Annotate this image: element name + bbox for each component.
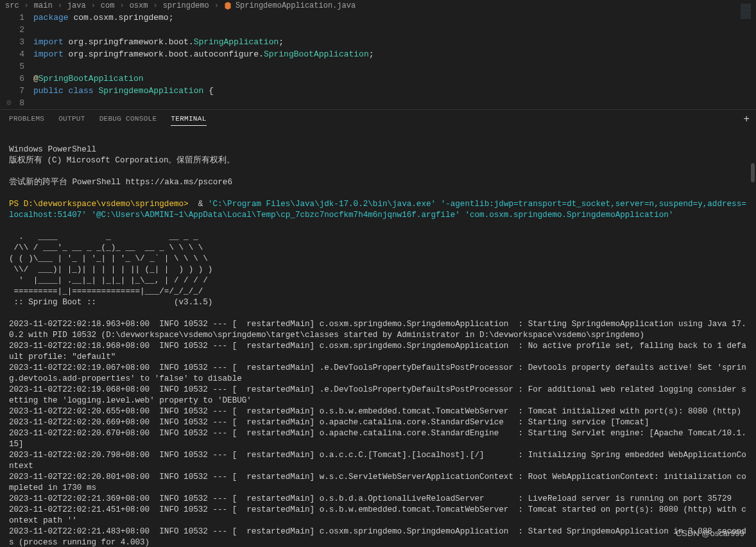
no-entry-icon: ⊘ <box>6 98 12 108</box>
panel-tabs: PROBLEMS OUTPUT DEBUG CONSOLE TERMINAL + <box>0 109 756 130</box>
prompt-line: PS D:\devworkspace\vsdemo\springdemo> & … <box>9 200 746 220</box>
log-line: 2023-11-02T22:02:21.451+08:00 INFO 10532… <box>9 505 746 525</box>
log-line: 2023-11-02T22:02:20.798+08:00 INFO 10532… <box>9 451 746 471</box>
spring-banner: . ____ _ __ _ _ /\\ / ___'_ __ _ _(_)_ _… <box>9 232 212 307</box>
breadcrumb: src main java com osxm springdemo Spring… <box>0 0 756 12</box>
minimap[interactable] <box>741 4 751 19</box>
log-line: 2023-11-02T22:02:20.670+08:00 INFO 10532… <box>9 429 746 449</box>
crumb[interactable]: osxm <box>130 1 148 10</box>
gutter: 1 2 3 4 5 6 7 8 ⊘ <box>0 12 33 109</box>
scrollbar-thumb[interactable] <box>751 163 755 182</box>
log-line: 2023-11-02T22:02:21.483+08:00 INFO 10532… <box>9 527 746 547</box>
ps-trynew: 尝试新的跨平台 PowerShell https://aka.ms/pscore… <box>9 178 232 187</box>
ps-header: Windows PowerShell <box>9 145 96 154</box>
log-line: 2023-11-02T22:02:18.963+08:00 INFO 10532… <box>9 320 746 340</box>
crumb[interactable]: com <box>101 1 115 10</box>
terminal-output[interactable]: Windows PowerShell 版权所有 (C) Microsoft Co… <box>0 130 756 547</box>
log-line: 2023-11-02T22:02:19.067+08:00 INFO 10532… <box>9 363 746 383</box>
log-line: 2023-11-02T22:02:19.068+08:00 INFO 10532… <box>9 385 746 405</box>
tab-terminal[interactable]: TERMINAL <box>171 115 206 126</box>
tab-output[interactable]: OUTPUT <box>58 115 85 126</box>
add-panel-icon[interactable]: + <box>743 114 750 125</box>
code-area[interactable]: package com.osxm.springdemo; import org.… <box>33 12 756 109</box>
crumb[interactable]: src <box>5 1 19 10</box>
crumb[interactable]: springdemo <box>163 1 209 10</box>
ps-copyright: 版权所有 (C) Microsoft Corporation。保留所有权利。 <box>9 156 236 165</box>
log-line: 2023-11-02T22:02:20.801+08:00 INFO 10532… <box>9 473 746 492</box>
log-line: 2023-11-02T22:02:20.669+08:00 INFO 10532… <box>9 418 649 427</box>
crumb[interactable]: main <box>34 1 53 10</box>
log-line: 2023-11-02T22:02:21.369+08:00 INFO 10532… <box>9 494 732 503</box>
crumb-file[interactable]: SpringdemoApplication.java <box>236 1 356 10</box>
log-line: 2023-11-02T22:02:18.968+08:00 INFO 10532… <box>9 342 746 361</box>
log-line: 2023-11-02T22:02:20.655+08:00 INFO 10532… <box>9 407 741 416</box>
tab-debug[interactable]: DEBUG CONSOLE <box>99 115 157 126</box>
code-editor[interactable]: 1 2 3 4 5 6 7 8 ⊘ package com.osxm.sprin… <box>0 12 756 109</box>
tab-problems[interactable]: PROBLEMS <box>9 115 44 126</box>
java-file-icon <box>224 2 232 10</box>
watermark: CSDN @oscar999 <box>676 528 744 538</box>
crumb[interactable]: java <box>67 1 86 10</box>
